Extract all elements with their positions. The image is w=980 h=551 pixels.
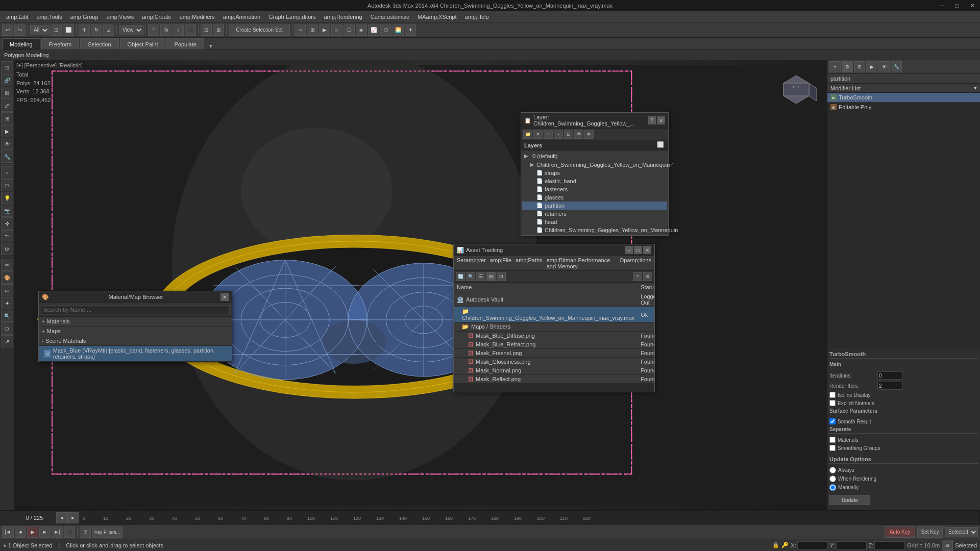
hierarchy-panel-btn[interactable]: ⊞ [854, 61, 865, 72]
lights-button[interactable]: 💡 [1, 192, 13, 204]
asset-close-btn[interactable]: ✕ [643, 246, 651, 254]
tab-populate[interactable]: Populate [166, 38, 204, 49]
update-button[interactable]: Update [829, 495, 870, 505]
asset-glossiness-row[interactable]: 🖼Mask_Glossiness.png Found [454, 358, 654, 366]
iterations-input[interactable] [877, 371, 903, 380]
render-iters-input[interactable] [877, 382, 903, 390]
menu-modifiers[interactable]: amp;Modifiers [176, 13, 219, 21]
menu-help[interactable]: amp;Help [461, 13, 493, 21]
mat-item-mask-blue[interactable]: M Mask_Blue (VRayMtl) [elastic_band, fas… [39, 346, 232, 362]
menu-graph-editors[interactable]: Graph Eamp;ditors [264, 13, 320, 21]
move-button[interactable]: ✛ [79, 24, 90, 36]
asset-thumbnail-view-btn[interactable]: ⊡ [497, 272, 506, 281]
x-input[interactable] [797, 541, 828, 549]
manually-radio[interactable] [829, 484, 836, 491]
layer-glasses[interactable]: 📄 glasses [522, 193, 667, 202]
layers-freeze-btn[interactable]: ❄ [584, 130, 594, 139]
asset-menu-server[interactable]: Seramp;ver [457, 257, 486, 269]
xform-button[interactable]: ✦ [1, 297, 13, 309]
percent-snap-button[interactable]: % [160, 24, 172, 36]
tab-selection[interactable]: Selection [80, 38, 118, 49]
asset-detail-view-btn[interactable]: ⊞ [486, 272, 496, 281]
layer-fasteners[interactable]: 📄 fasteners [522, 185, 667, 193]
navigation-cube[interactable]: TOP [776, 70, 817, 111]
view-mode-dropdown[interactable]: View [119, 25, 143, 35]
layers-remove-btn[interactable]: - [554, 130, 563, 139]
layer-head[interactable]: 📄 head [522, 218, 667, 226]
render-frame-button[interactable]: ☐ [344, 24, 355, 36]
cameras-button[interactable]: 📷 [1, 205, 13, 217]
layer-retainers[interactable]: 📄 retainers [522, 210, 667, 218]
asset-refract-row[interactable]: 🖼Mask_Blue_Refract.png Found [454, 340, 654, 349]
layer-goggles-child[interactable]: 📄 Children_Swimming_Goggles_Yellow_on_Ma… [522, 226, 667, 234]
layer-partition[interactable]: 📄 partition [522, 202, 667, 210]
undo-button[interactable]: ↩ [2, 24, 13, 36]
isoline-checkbox[interactable] [829, 392, 836, 398]
hierarchy-button[interactable]: ⊞ [1, 112, 13, 124]
modify-panel-btn[interactable]: ⚙ [842, 61, 853, 72]
bend-button[interactable]: ↗ [1, 335, 13, 347]
curve-editor-button[interactable]: 📈 [368, 24, 379, 36]
key-mode-button[interactable]: ⬛ [185, 24, 196, 36]
timeline-prev-btn[interactable]: ◄ [56, 512, 67, 523]
selected-dropdown[interactable]: Selected [945, 527, 978, 537]
modifier-dropdown-icon[interactable]: ▾ [974, 85, 977, 91]
smooth-result-checkbox[interactable] [829, 418, 836, 424]
asset-menu-paths[interactable]: amp;Paths [516, 257, 543, 269]
menu-create[interactable]: amp;Create [138, 13, 175, 21]
align-button[interactable]: ⊟ [201, 24, 212, 36]
quick-render-button[interactable]: ▷ [331, 24, 342, 36]
scale-button[interactable]: ⊿ [103, 24, 114, 36]
asset-menu-bitmap[interactable]: amp;Bitmap Performance and Memory [547, 257, 616, 269]
render-setup-button[interactable]: ▶ [319, 24, 330, 36]
layer-elastic-band[interactable]: 📄 elastic_band [522, 177, 667, 185]
layers-select-btn[interactable]: ⊡ [564, 130, 573, 139]
spinner-snap-button[interactable]: ↕ [173, 24, 184, 36]
tab-freeform[interactable]: Freeform [41, 38, 80, 49]
display-panel-btn[interactable]: 👁 [878, 61, 890, 72]
menu-customize[interactable]: Camp;ustomize [366, 13, 413, 21]
next-frame-btn[interactable]: ► [39, 527, 51, 538]
play-btn[interactable]: ▶ [27, 527, 38, 538]
tab-object-paint[interactable]: Object Paint [120, 38, 166, 49]
explicit-checkbox[interactable] [829, 400, 836, 406]
minimize-button[interactable]: ─ [934, 0, 949, 11]
asset-normal-row[interactable]: 🖼Mask_Normal.png Found [454, 366, 654, 375]
material-editor-button[interactable]: ◈ [356, 24, 367, 36]
asset-menu-options[interactable]: Opamp;tions [620, 257, 651, 269]
mat-section-maps[interactable]: + Maps [39, 327, 232, 336]
layers-close-btn[interactable]: ✕ [657, 116, 665, 124]
motion-button[interactable]: ▶ [1, 125, 13, 137]
asset-maps-row[interactable]: 📂Maps / Shaders [454, 322, 654, 332]
main-viewport[interactable]: [+] [Perspective] [Realistic] Total Poly… [14, 60, 827, 510]
layer-goggles-parent[interactable]: ▶ Children_Swimming_Goggles_Yellow_on_Ma… [522, 160, 667, 169]
menu-animation[interactable]: amp;Animation [219, 13, 264, 21]
select-object-button[interactable]: ⊡ [1, 61, 13, 73]
layers-delete-btn[interactable]: ✕ [533, 130, 543, 139]
materials-checkbox[interactable] [829, 437, 836, 443]
menu-rendering[interactable]: amp;Rendering [320, 13, 366, 21]
always-radio[interactable] [829, 467, 836, 473]
auto-key-btn[interactable]: Auto Key [885, 527, 915, 538]
layers-titlebar[interactable]: 📋 Layer: Children_Swimming_Goggles_Yello… [521, 113, 668, 129]
y-input[interactable] [836, 541, 867, 549]
asset-help-btn[interactable]: ? [633, 272, 642, 281]
rotate-button[interactable]: ↻ [91, 24, 102, 36]
go-to-end-btn[interactable]: ►| [52, 527, 63, 538]
unlink-button[interactable]: ⛓ [1, 87, 13, 99]
redo-button[interactable]: ↪ [14, 24, 26, 36]
paint-button[interactable]: ✏ [1, 259, 13, 271]
ffd-button[interactable]: ⬡ [1, 322, 13, 335]
effects-button[interactable]: ✦ [405, 24, 416, 36]
array-button[interactable]: ⊞ [307, 24, 318, 36]
shapes-button[interactable]: □ [1, 179, 13, 191]
asset-maximize-btn[interactable]: □ [634, 246, 642, 254]
mat-close-btn[interactable]: ✕ [220, 293, 229, 301]
motion-panel-btn[interactable]: ▶ [866, 61, 877, 72]
display-button[interactable]: 👁 [1, 138, 13, 150]
utilities-panel-btn[interactable]: 🔧 [891, 61, 902, 72]
asset-settings-btn[interactable]: ⚙ [643, 272, 652, 281]
layers-add-btn[interactable]: + [544, 130, 553, 139]
close-button[interactable]: ✕ [965, 0, 980, 11]
create-selection-button[interactable]: Create Selection Set [229, 24, 290, 36]
